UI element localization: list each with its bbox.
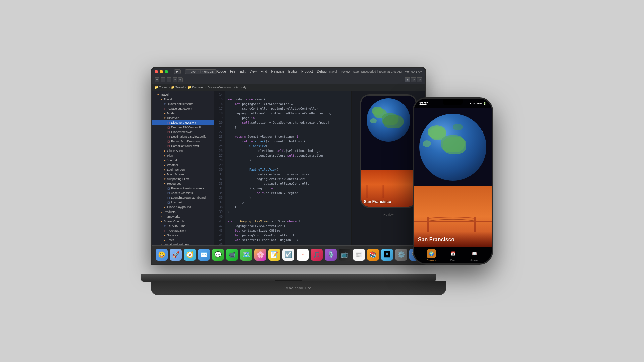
dock-prefs[interactable]: ⚙️ bbox=[395, 249, 407, 261]
menu-debug[interactable]: Debug bbox=[317, 70, 326, 73]
sidebar-item-discovertileview[interactable]: ◻ DiscoverTileView.swift bbox=[152, 125, 214, 130]
triple-pane-btn[interactable]: ⊞ bbox=[417, 77, 422, 82]
breadcrumb-travel[interactable]: 📁 Travel bbox=[155, 86, 167, 89]
dock-news[interactable]: 📰 bbox=[353, 249, 365, 261]
dock-tv[interactable]: 📺 bbox=[339, 249, 351, 261]
menu-find[interactable]: Find bbox=[261, 70, 267, 73]
sidebar-item-globeplayground[interactable]: ▸ Globe.playground bbox=[152, 205, 214, 209]
sidebar-item-weather[interactable]: ▸ Weather bbox=[152, 163, 214, 167]
sidebar-item-readme[interactable]: ◻ README.md bbox=[152, 224, 214, 228]
dock-facetime[interactable]: 📹 bbox=[226, 249, 238, 261]
sidebar-item-globescene[interactable]: ▸ Globe Scene bbox=[152, 148, 214, 153]
sidebar-label: Journal bbox=[167, 159, 177, 162]
maximize-button[interactable] bbox=[165, 70, 168, 73]
dock-messages[interactable]: 💬 bbox=[212, 249, 224, 261]
sidebar-item-appdelegate[interactable]: ◻ AppDelegate.swift bbox=[152, 106, 214, 111]
sidebar-item-products[interactable]: ▸ Products bbox=[152, 209, 214, 214]
list-view-btn[interactable]: ≡ bbox=[173, 77, 177, 82]
dock-mail[interactable]: ✉️ bbox=[198, 249, 210, 261]
dock-appstore[interactable]: 🅰 bbox=[381, 249, 393, 261]
sidebar-item-resources[interactable]: ▾ Resources bbox=[152, 181, 214, 186]
dock-calendar[interactable]: 31 bbox=[297, 249, 309, 261]
menu-editor[interactable]: Editor bbox=[288, 70, 297, 73]
sidebar-item-discoverview[interactable]: ◻ DiscoverView.swift bbox=[152, 120, 214, 125]
forward-button[interactable]: › bbox=[167, 77, 171, 82]
breadcrumb-travel2[interactable]: 📁 Travel bbox=[171, 86, 184, 89]
sidebar-item-packageswift[interactable]: ◻ Package.swift bbox=[152, 228, 214, 233]
dock-books[interactable]: 📚 bbox=[367, 249, 379, 261]
single-pane-btn[interactable]: ▣ bbox=[405, 77, 410, 82]
sidebar-label: Globe Scene bbox=[167, 149, 184, 153]
dock-podcasts[interactable]: 🎙️ bbox=[325, 249, 337, 261]
sidebar-item-mainscreen[interactable]: ▸ Main Screen bbox=[152, 172, 214, 177]
sidebar-item-previewassets[interactable]: ◻ Preview Assets.xcassets bbox=[152, 186, 214, 191]
dock-photos[interactable]: 🌸 bbox=[254, 249, 266, 261]
navigator-toggle[interactable]: ☰ bbox=[155, 77, 159, 82]
split-pane-btn[interactable]: ⊟ bbox=[411, 77, 416, 82]
dock-notes[interactable]: 📝 bbox=[268, 249, 280, 261]
sidebar-label: Resources bbox=[167, 182, 181, 185]
menu-file[interactable]: File bbox=[230, 70, 235, 73]
sidebar-item-cards[interactable]: ◻ CardsController.swift bbox=[152, 144, 214, 148]
sidebar-item-globeview[interactable]: ◻ GlobeView.swift bbox=[152, 130, 214, 134]
tab-discover[interactable]: 🌍 Discover bbox=[427, 249, 436, 261]
menu-edit[interactable]: Edit bbox=[239, 70, 245, 73]
sidebar-label: Sources bbox=[167, 234, 178, 237]
code-editor[interactable]: 1415161718192021222324252627282930313233… bbox=[214, 91, 351, 257]
sidebar-item-model[interactable]: ▸ Model bbox=[152, 111, 214, 116]
sidebar-item-storyboard[interactable]: ◻ LaunchScreen.storyboard bbox=[152, 195, 214, 200]
sidebar-item-supporting[interactable]: ▾ Supporting Files bbox=[152, 177, 214, 181]
menu-navigate[interactable]: Navigate bbox=[271, 70, 284, 73]
sidebar-item-journal[interactable]: ▸ Journal bbox=[152, 158, 214, 163]
swift-icon: ◻ bbox=[164, 229, 166, 232]
sidebar-item-destinations[interactable]: ◻ DestinationsListView.swift bbox=[152, 134, 214, 139]
dock-safari[interactable]: 🧭 bbox=[184, 249, 196, 261]
menu-product[interactable]: Product bbox=[301, 70, 313, 73]
swift-icon: ◻ bbox=[167, 144, 170, 148]
iphone-notch bbox=[443, 99, 463, 105]
scheme-selector[interactable]: Travel › iPhone Xs bbox=[185, 69, 217, 74]
preview-screen: San Francisco bbox=[361, 96, 416, 207]
breadcrumb-file[interactable]: DiscoverView.swift bbox=[208, 86, 232, 89]
sidebar-item-plan[interactable]: ▸ Plan bbox=[152, 153, 214, 158]
file-icon: ◻ bbox=[167, 191, 170, 195]
sidebar-item-plist[interactable]: ◻ Info.plist bbox=[152, 200, 214, 205]
sidebar-item-sources[interactable]: ▸ Sources bbox=[152, 233, 214, 238]
project-navigator: ▾ Travel ▾ Travel ◻ Travel.entitlements bbox=[152, 91, 214, 257]
sidebar-item-login[interactable]: ▸ Login Screen bbox=[152, 167, 214, 172]
iphone-globe-section bbox=[414, 108, 492, 186]
code-content[interactable]: var body: some View { let pagingScrollVi… bbox=[225, 91, 351, 257]
back-button[interactable]: ‹ bbox=[161, 77, 165, 82]
hierarchy-btn[interactable]: ⊞ bbox=[178, 77, 183, 82]
sidebar-item-tests[interactable]: ▸ Tests bbox=[152, 238, 214, 242]
sidebar-label: Frameworks bbox=[164, 215, 180, 218]
sidebar-item-travel[interactable]: ▾ Travel bbox=[152, 97, 214, 102]
plan-tab-label: Plan bbox=[450, 259, 455, 261]
dock-launchpad[interactable]: 🚀 bbox=[170, 249, 182, 261]
folder-icon: ▸ bbox=[164, 173, 166, 176]
dock-itunes[interactable]: 🎵 bbox=[311, 249, 323, 261]
sidebar-item-frameworks[interactable]: ▸ Frameworks bbox=[152, 214, 214, 219]
sidebar-label: Travel bbox=[164, 98, 172, 101]
tab-plan[interactable]: 📅 Plan bbox=[448, 249, 458, 261]
dock-maps[interactable]: 🗺️ bbox=[240, 249, 252, 261]
menu-view[interactable]: View bbox=[249, 70, 257, 73]
folder-icon: ▾ bbox=[164, 116, 166, 120]
run-button[interactable]: ▶ bbox=[174, 69, 181, 74]
sidebar-item-paging[interactable]: ◻ PagingScrollView.swift bbox=[152, 139, 214, 144]
sidebar-label: Travel.entitlements bbox=[168, 102, 193, 106]
minimize-button[interactable] bbox=[160, 70, 163, 73]
menu-xcode[interactable]: Xcode bbox=[217, 70, 226, 73]
sidebar-item-travel-root[interactable]: ▾ Travel bbox=[152, 92, 214, 97]
sidebar-label: LaunchScreen.storyboard bbox=[171, 196, 206, 199]
dock-reminders[interactable]: ☑️ bbox=[282, 249, 294, 261]
dock-finder[interactable]: 😀 bbox=[156, 249, 168, 261]
sidebar-item-entitlements[interactable]: ◻ Travel.entitlements bbox=[152, 102, 214, 106]
close-button[interactable] bbox=[155, 70, 158, 73]
tab-journal[interactable]: 📖 Journal bbox=[470, 249, 479, 261]
sidebar-item-discover[interactable]: ▾ Discover bbox=[152, 116, 214, 120]
breadcrumb-discover[interactable]: 📁 Discover bbox=[187, 86, 204, 89]
breadcrumb-body[interactable]: ⊳ body bbox=[236, 86, 246, 89]
sidebar-item-assets[interactable]: ◻ Assets.xcassets bbox=[152, 191, 214, 195]
sidebar-item-sharedcontrols[interactable]: ▾ SharedControls bbox=[152, 219, 214, 224]
